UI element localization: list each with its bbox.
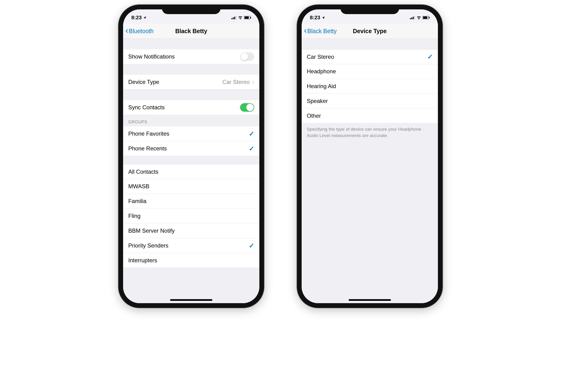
row-contact-group[interactable]: Fling (123, 209, 259, 224)
status-left: 8:23 (131, 15, 147, 21)
chevron-left-icon: ‹ (125, 26, 128, 35)
section-header-groups: GROUPS (123, 115, 259, 126)
status-right (231, 16, 251, 20)
nav-bar-left: ‹ Bluetooth Black Betty (123, 23, 259, 39)
row-label: Hearing Aid (307, 83, 336, 89)
row-label: Fling (128, 213, 140, 219)
row-label: Headphone (307, 68, 336, 75)
row-label: All Contacts (128, 168, 158, 175)
battery-icon (244, 16, 251, 19)
row-sync-contacts[interactable]: Sync Contacts (123, 100, 259, 115)
row-label: Phone Recents (128, 145, 167, 152)
home-indicator[interactable] (349, 299, 391, 301)
row-label: Other (307, 113, 321, 119)
wifi-icon (417, 16, 421, 20)
svg-rect-8 (411, 17, 412, 19)
status-time: 8:23 (310, 15, 320, 21)
back-button[interactable]: ‹ Black Betty (304, 27, 337, 35)
row-label: Interrupters (128, 257, 157, 264)
row-device-type-option[interactable]: Headphone (302, 64, 438, 79)
status-time: 8:23 (131, 15, 142, 21)
phone-right: 8:23 ‹ Black Betty (297, 5, 442, 308)
back-label: Black Betty (307, 28, 337, 34)
row-label: Phone Favorites (128, 131, 169, 137)
row-label: Familia (128, 198, 146, 205)
row-contact-group[interactable]: BBM Server Notify (123, 224, 259, 238)
svg-rect-9 (413, 17, 414, 19)
toggle-sync-contacts[interactable] (240, 103, 254, 112)
svg-rect-5 (245, 16, 249, 19)
toggle-show-notifications[interactable] (240, 52, 254, 61)
row-device-type[interactable]: Device Type Car Stereo › (123, 75, 259, 89)
row-contact-group[interactable]: All Contacts (123, 164, 259, 179)
svg-rect-0 (231, 18, 232, 19)
screen-right: 8:23 ‹ Black Betty (302, 9, 438, 303)
row-device-type-option[interactable]: Speaker (302, 94, 438, 109)
back-button[interactable]: ‹ Bluetooth (125, 27, 154, 35)
row-contact-group[interactable]: Interrupters (123, 253, 259, 268)
row-show-notifications[interactable]: Show Notifications (123, 49, 259, 64)
content-left: Show Notifications Device Type Car Stere… (123, 39, 259, 303)
checkmark-icon: ✓ (249, 145, 254, 152)
location-icon (143, 16, 147, 20)
row-phone-recents[interactable]: Phone Recents ✓ (123, 141, 259, 156)
checkmark-icon: ✓ (249, 130, 254, 138)
signal-icon (410, 16, 415, 19)
svg-rect-7 (410, 18, 411, 19)
status-right (410, 16, 430, 20)
content-right: Car Stereo✓HeadphoneHearing AidSpeakerOt… (302, 39, 438, 303)
status-left: 8:23 (310, 15, 325, 21)
battery-icon (423, 16, 430, 19)
location-icon (322, 16, 325, 20)
row-device-type-option[interactable]: Hearing Aid (302, 79, 438, 94)
row-detail: Car Stereo › (223, 78, 254, 86)
row-value: Car Stereo (223, 79, 250, 85)
notch (340, 5, 399, 14)
row-label: Priority Senders (128, 242, 168, 249)
phone-left: 8:23 ‹ Bluetooth (119, 5, 264, 308)
row-label: Sync Contacts (128, 104, 165, 111)
footer-note: Specifying the type of device can ensure… (302, 123, 438, 142)
home-indicator[interactable] (170, 299, 212, 301)
notch (162, 5, 221, 14)
svg-rect-13 (429, 17, 430, 18)
chevron-right-icon: › (252, 78, 254, 86)
checkmark-icon: ✓ (427, 53, 433, 61)
row-device-type-option[interactable]: Other (302, 109, 438, 123)
row-label: Show Notifications (128, 53, 174, 60)
option-list: Car Stereo✓HeadphoneHearing AidSpeakerOt… (302, 49, 438, 123)
checkmark-icon: ✓ (249, 242, 254, 250)
row-contact-group[interactable]: Familia (123, 194, 259, 209)
row-device-type-option[interactable]: Car Stereo✓ (302, 49, 438, 64)
svg-rect-1 (233, 17, 234, 19)
row-phone-favorites[interactable]: Phone Favorites ✓ (123, 126, 259, 141)
row-label: Speaker (307, 98, 328, 104)
contact-list: All ContactsMWASBFamiliaFlingBBM Server … (123, 164, 259, 268)
chevron-left-icon: ‹ (304, 26, 307, 35)
signal-icon (231, 16, 237, 19)
svg-rect-10 (414, 16, 415, 19)
back-label: Bluetooth (129, 28, 154, 34)
svg-rect-6 (250, 17, 251, 18)
svg-rect-3 (236, 16, 237, 19)
row-contact-group[interactable]: Priority Senders✓ (123, 238, 259, 253)
row-label: Device Type (128, 79, 159, 85)
row-label: MWASB (128, 183, 149, 190)
screen-left: 8:23 ‹ Bluetooth (123, 9, 259, 303)
svg-rect-2 (234, 17, 235, 19)
svg-rect-12 (423, 16, 427, 19)
row-contact-group[interactable]: MWASB (123, 179, 259, 194)
row-label: Car Stereo (307, 54, 334, 60)
wifi-icon (238, 16, 243, 20)
row-label: BBM Server Notify (128, 228, 174, 234)
nav-bar-right: ‹ Black Betty Device Type (302, 23, 438, 39)
